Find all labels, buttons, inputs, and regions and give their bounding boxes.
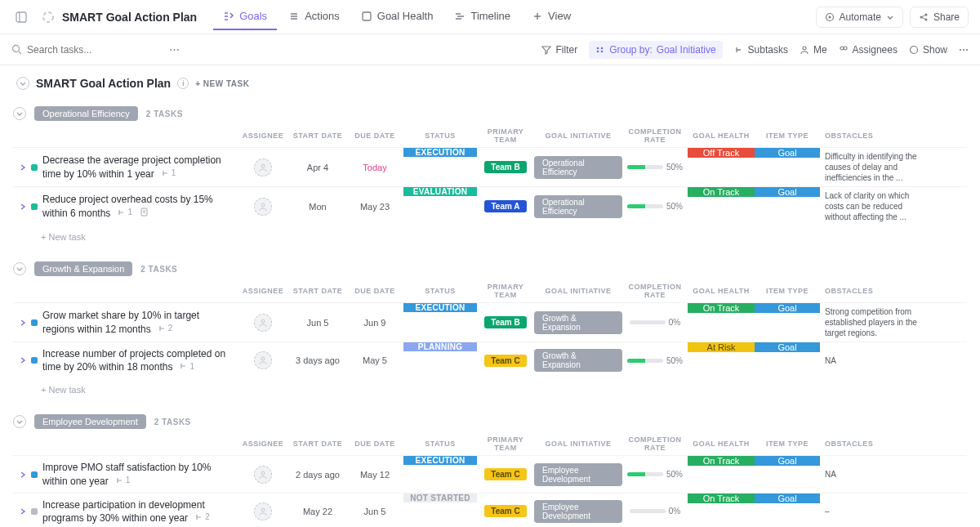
expand-toggle[interactable] bbox=[20, 357, 26, 364]
group-by-button[interactable]: Group by: Goal Initiative bbox=[589, 41, 722, 59]
subtasks-button[interactable]: Subtasks bbox=[734, 44, 788, 56]
tab-view-add[interactable]: View bbox=[522, 3, 581, 30]
status-square[interactable] bbox=[31, 203, 38, 210]
completion-bar[interactable]: 0% bbox=[622, 507, 688, 516]
initiative-chip[interactable]: Operational Efficiency bbox=[534, 195, 622, 218]
team-chip[interactable]: Team A bbox=[484, 200, 526, 212]
due-date[interactable]: May 5 bbox=[346, 342, 403, 378]
initiative-chip[interactable]: Employee Development bbox=[534, 500, 622, 523]
initiative-chip[interactable]: Growth & Expansion bbox=[534, 349, 622, 372]
start-date[interactable]: 2 days ago bbox=[289, 456, 346, 492]
team-chip[interactable]: Team B bbox=[484, 316, 526, 328]
start-date[interactable]: May 22 bbox=[289, 494, 346, 527]
info-icon[interactable]: i bbox=[177, 78, 189, 89]
expand-toggle[interactable] bbox=[20, 508, 26, 515]
subtask-count[interactable]: 1 bbox=[162, 168, 176, 177]
status-cell[interactable]: EVALUATION bbox=[403, 187, 477, 196]
health-cell[interactable]: Off Track bbox=[688, 148, 755, 158]
obstacles-cell[interactable]: – bbox=[820, 494, 933, 527]
assignee-avatar[interactable] bbox=[254, 351, 272, 369]
status-square[interactable] bbox=[31, 508, 38, 515]
completion-bar[interactable]: 50% bbox=[622, 202, 688, 211]
health-cell[interactable]: On Track bbox=[688, 456, 755, 466]
show-button[interactable]: Show bbox=[909, 44, 947, 56]
status-cell[interactable]: PLANNING bbox=[403, 342, 477, 351]
initiative-chip[interactable]: Operational Efficiency bbox=[534, 156, 622, 179]
due-date[interactable]: Today bbox=[346, 148, 403, 186]
completion-bar[interactable]: 50% bbox=[622, 163, 688, 172]
task-row[interactable]: Decrease the average project completion … bbox=[13, 147, 967, 186]
status-square[interactable] bbox=[31, 357, 38, 364]
status-cell[interactable]: EXECUTION bbox=[403, 148, 477, 157]
assignees-button[interactable]: Assignees bbox=[839, 44, 898, 56]
status-cell[interactable]: EXECUTION bbox=[403, 303, 477, 312]
sidebar-toggle[interactable] bbox=[11, 7, 31, 27]
obstacles-cell[interactable]: Lack of clarity on which costs can be re… bbox=[820, 187, 933, 226]
start-date[interactable]: Apr 4 bbox=[289, 148, 346, 186]
task-row[interactable]: Grow market share by 10% in target regio… bbox=[13, 302, 967, 342]
tab-actions[interactable]: Actions bbox=[278, 3, 350, 30]
group-name-chip[interactable]: Operational Efficiency bbox=[34, 106, 138, 121]
team-chip[interactable]: Team B bbox=[484, 161, 526, 173]
subtask-count[interactable]: 1 bbox=[118, 208, 132, 217]
search-input[interactable] bbox=[27, 44, 158, 56]
task-row[interactable]: Improve PMO staff satisfaction by 10% wi… bbox=[13, 455, 967, 492]
subtask-count[interactable]: 1 bbox=[116, 476, 131, 485]
start-date[interactable]: Mon bbox=[289, 187, 346, 226]
group-collapse[interactable] bbox=[13, 415, 26, 428]
type-cell[interactable]: Goal bbox=[755, 303, 820, 313]
list-collapse[interactable] bbox=[16, 77, 29, 90]
status-cell[interactable]: EXECUTION bbox=[403, 456, 477, 465]
due-date[interactable]: May 12 bbox=[346, 456, 403, 492]
subtask-count[interactable]: 2 bbox=[158, 324, 173, 333]
obstacles-cell[interactable]: Difficulty in identifying the causes of … bbox=[820, 148, 933, 186]
team-chip[interactable]: Team C bbox=[484, 355, 526, 367]
status-square[interactable] bbox=[31, 164, 38, 171]
completion-bar[interactable]: 50% bbox=[622, 470, 688, 479]
group-name-chip[interactable]: Growth & Expansion bbox=[34, 261, 132, 276]
completion-bar[interactable]: 50% bbox=[622, 356, 688, 365]
assignee-avatar[interactable] bbox=[254, 466, 272, 484]
completion-bar[interactable]: 0% bbox=[622, 318, 688, 327]
health-cell[interactable]: On Track bbox=[688, 303, 755, 313]
tab-timeline[interactable]: Timeline bbox=[444, 3, 520, 30]
doc-icon[interactable] bbox=[140, 208, 149, 217]
me-button[interactable]: Me bbox=[800, 44, 827, 56]
tab-goal-health[interactable]: Goal Health bbox=[351, 3, 443, 30]
task-row[interactable]: Reduce project overhead costs by 15% wit… bbox=[13, 186, 967, 226]
filter-button[interactable]: Filter bbox=[541, 44, 577, 56]
obstacles-cell[interactable]: Strong competition from established play… bbox=[820, 303, 933, 342]
add-task-row[interactable]: + New task bbox=[13, 226, 967, 245]
tab-goals[interactable]: Goals bbox=[213, 3, 277, 30]
assignee-avatar[interactable] bbox=[254, 314, 272, 332]
task-row[interactable]: Increase participation in development pr… bbox=[13, 493, 967, 527]
assignee-avatar[interactable] bbox=[254, 159, 272, 176]
health-cell[interactable]: On Track bbox=[688, 187, 755, 197]
assignee-avatar[interactable] bbox=[254, 502, 272, 520]
health-cell[interactable]: At Risk bbox=[688, 342, 755, 352]
group-name-chip[interactable]: Employee Development bbox=[34, 414, 146, 429]
status-square[interactable] bbox=[31, 471, 38, 478]
type-cell[interactable]: Goal bbox=[755, 494, 820, 503]
due-date[interactable]: Jun 5 bbox=[346, 494, 403, 527]
automate-button[interactable]: Automate bbox=[816, 7, 903, 28]
status-square[interactable] bbox=[31, 319, 38, 326]
type-cell[interactable]: Goal bbox=[755, 187, 820, 197]
health-cell[interactable]: On Track bbox=[688, 494, 755, 503]
type-cell[interactable]: Goal bbox=[755, 342, 820, 352]
start-date[interactable]: Jun 5 bbox=[289, 303, 346, 342]
status-cell[interactable]: NOT STARTED bbox=[403, 494, 477, 502]
task-row[interactable]: Increase number of projects completed on… bbox=[13, 342, 967, 378]
initiative-chip[interactable]: Employee Development bbox=[534, 463, 622, 486]
subtask-count[interactable]: 1 bbox=[180, 362, 194, 371]
share-button[interactable]: Share bbox=[910, 7, 969, 28]
assignee-avatar[interactable] bbox=[254, 198, 272, 216]
expand-toggle[interactable] bbox=[20, 319, 26, 326]
type-cell[interactable]: Goal bbox=[755, 148, 820, 158]
start-date[interactable]: 3 days ago bbox=[289, 342, 346, 378]
team-chip[interactable]: Team C bbox=[484, 468, 526, 480]
team-chip[interactable]: Team C bbox=[484, 505, 526, 517]
obstacles-cell[interactable]: NA bbox=[820, 342, 933, 378]
initiative-chip[interactable]: Growth & Expansion bbox=[534, 311, 622, 334]
obstacles-cell[interactable]: NA bbox=[820, 456, 933, 492]
